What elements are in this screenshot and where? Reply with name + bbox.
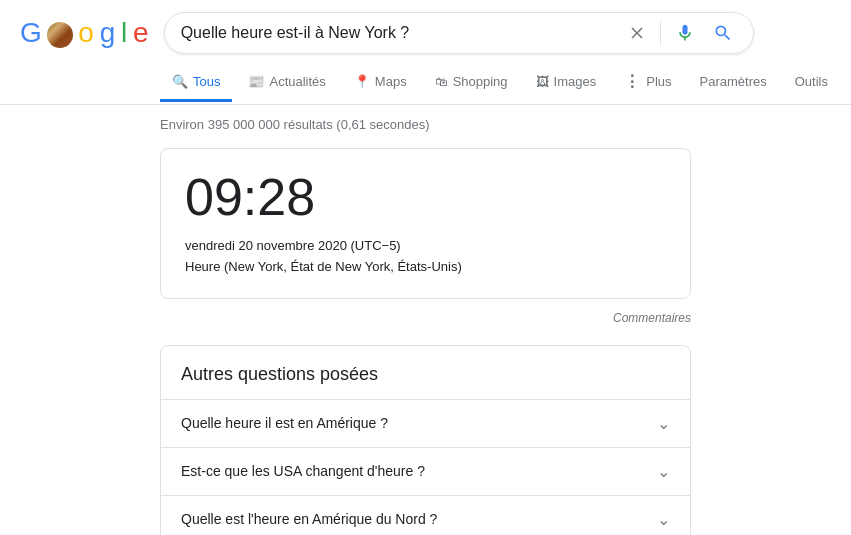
actualites-tab-icon: 📰 bbox=[248, 74, 264, 89]
related-questions-title: Autres questions posées bbox=[161, 346, 690, 400]
chevron-down-icon-1: ⌄ bbox=[657, 462, 670, 481]
tab-actualites-label: Actualités bbox=[269, 74, 325, 89]
tab-actualites[interactable]: 📰 Actualités bbox=[236, 64, 337, 102]
tab-images[interactable]: 🖼 Images bbox=[524, 64, 609, 102]
microphone-icon bbox=[675, 23, 695, 43]
search-bar bbox=[164, 12, 754, 54]
related-item-2[interactable]: Quelle est l'heure en Amérique du Nord ?… bbox=[161, 496, 690, 535]
tab-plus-label: Plus bbox=[646, 74, 671, 89]
logo-avatar bbox=[47, 22, 73, 48]
related-question-2: Quelle est l'heure en Amérique du Nord ? bbox=[181, 511, 437, 527]
featured-snippet-card: 09:28 vendredi 20 novembre 2020 (UTC−5) … bbox=[160, 148, 691, 299]
maps-tab-icon: 📍 bbox=[354, 74, 370, 89]
search-tab-icon: 🔍 bbox=[172, 74, 188, 89]
google-logo: G o g l e bbox=[20, 17, 148, 49]
featured-time: 09:28 bbox=[185, 169, 666, 226]
tab-tous[interactable]: 🔍 Tous bbox=[160, 64, 232, 102]
clear-button[interactable] bbox=[624, 24, 650, 42]
header: G o g l e bbox=[0, 0, 851, 62]
tab-shopping[interactable]: 🛍 Shopping bbox=[423, 64, 520, 102]
related-questions-card: Autres questions posées Quelle heure il … bbox=[160, 345, 691, 535]
tab-maps[interactable]: 📍 Maps bbox=[342, 64, 419, 102]
logo-letter-g: G bbox=[20, 17, 41, 48]
commentaires-1-link[interactable]: Commentaires bbox=[613, 311, 691, 325]
search-icon bbox=[713, 23, 733, 43]
tab-parametres[interactable]: Paramètres bbox=[688, 64, 779, 102]
voice-search-button[interactable] bbox=[671, 23, 699, 43]
more-tab-icon: ⋮ bbox=[624, 72, 641, 91]
related-item-0[interactable]: Quelle heure il est en Amérique ? ⌄ bbox=[161, 400, 690, 448]
featured-date: vendredi 20 novembre 2020 (UTC−5) Heure … bbox=[185, 236, 666, 278]
logo-letter-g2: g bbox=[100, 17, 115, 48]
results-area: Environ 395 000 000 résultats (0,61 seco… bbox=[0, 105, 851, 535]
tab-outils-label: Outils bbox=[795, 74, 828, 89]
featured-date-line2: Heure (New York, État de New York, États… bbox=[185, 259, 462, 274]
tab-images-label: Images bbox=[554, 74, 597, 89]
featured-date-line1: vendredi 20 novembre 2020 (UTC−5) bbox=[185, 238, 401, 253]
related-question-1: Est-ce que les USA changent d'heure ? bbox=[181, 463, 425, 479]
tab-tous-label: Tous bbox=[193, 74, 220, 89]
chevron-down-icon-0: ⌄ bbox=[657, 414, 670, 433]
results-count: Environ 395 000 000 résultats (0,61 seco… bbox=[160, 117, 691, 132]
tab-shopping-label: Shopping bbox=[453, 74, 508, 89]
search-submit-button[interactable] bbox=[709, 23, 737, 43]
tab-outils[interactable]: Outils bbox=[783, 64, 840, 102]
divider bbox=[660, 21, 661, 45]
logo-letter-l: l bbox=[121, 17, 126, 48]
images-tab-icon: 🖼 bbox=[536, 74, 549, 89]
nav-tabs: 🔍 Tous 📰 Actualités 📍 Maps 🛍 Shopping 🖼 … bbox=[0, 62, 851, 105]
chevron-down-icon-2: ⌄ bbox=[657, 510, 670, 529]
logo-letter-e: e bbox=[133, 17, 148, 48]
related-question-0: Quelle heure il est en Amérique ? bbox=[181, 415, 388, 431]
commentaires-1-container: Commentaires bbox=[160, 311, 691, 325]
tab-parametres-label: Paramètres bbox=[700, 74, 767, 89]
search-input[interactable] bbox=[181, 24, 614, 42]
logo-letter-o2: o bbox=[78, 17, 93, 48]
shopping-tab-icon: 🛍 bbox=[435, 74, 448, 89]
related-item-1[interactable]: Est-ce que les USA changent d'heure ? ⌄ bbox=[161, 448, 690, 496]
tab-maps-label: Maps bbox=[375, 74, 407, 89]
tab-plus[interactable]: ⋮ Plus bbox=[612, 62, 683, 104]
close-icon bbox=[628, 24, 646, 42]
